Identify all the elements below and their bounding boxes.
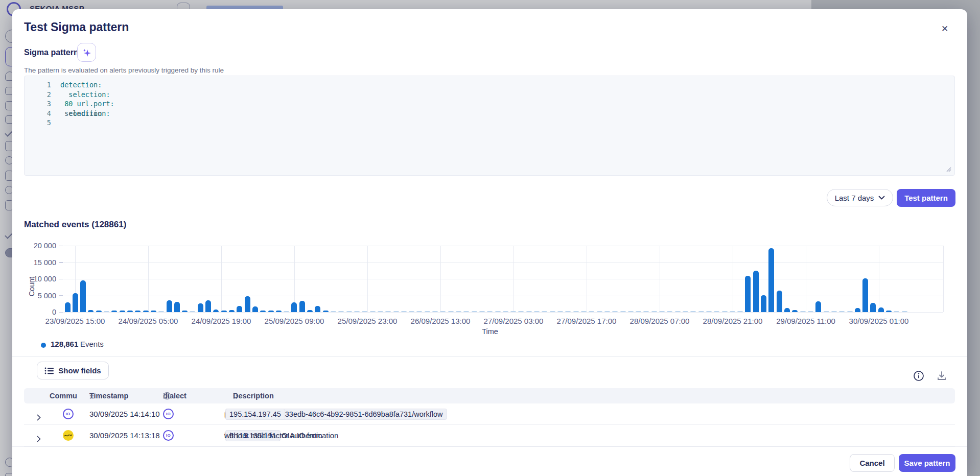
- bar: [104, 311, 109, 312]
- cell-expander: [24, 429, 50, 442]
- bar: [237, 306, 242, 312]
- bar: [870, 303, 876, 312]
- bar: [245, 296, 250, 312]
- info-icon[interactable]: [906, 364, 920, 377]
- bar: [683, 311, 688, 312]
- bar: [894, 311, 899, 312]
- bar: [573, 311, 579, 312]
- save-pattern-button[interactable]: Save pattern: [899, 454, 955, 472]
- gridline-h: [63, 312, 943, 313]
- bar: [597, 311, 602, 312]
- expand-chevron-icon: [37, 414, 41, 421]
- bar: [824, 311, 829, 312]
- cell-timestamp: 30/09/2025 14:13:18: [86, 431, 163, 440]
- gridline-v: [587, 246, 587, 312]
- bar: [878, 307, 884, 312]
- bar: [151, 311, 156, 312]
- bar: [167, 300, 172, 312]
- bar: [143, 311, 149, 312]
- bar: [182, 311, 188, 312]
- gridline-v: [879, 246, 879, 312]
- bar: [472, 311, 477, 312]
- y-tick: [59, 295, 63, 296]
- bar: [667, 311, 672, 312]
- column-info-icon[interactable]: [163, 392, 171, 400]
- bar: [393, 311, 399, 312]
- expand-chevron-icon: [37, 436, 41, 442]
- bar: [370, 311, 376, 312]
- pattern-hint: The pattern is evaluated on alerts previ…: [24, 66, 224, 74]
- bar: [135, 311, 141, 312]
- bar: [190, 311, 195, 312]
- gridline-v: [148, 246, 149, 312]
- gridline-v: [514, 246, 514, 312]
- x-tick-label: 25/09/2025 23:00: [326, 317, 408, 325]
- bar: [651, 311, 657, 312]
- line-number: 4: [25, 109, 51, 117]
- line-number: 5: [25, 118, 51, 127]
- gridline-v: [440, 246, 441, 312]
- table-row[interactable]: IO30/09/2025 14:14:10IO[73d366f0-0ff0-44…: [24, 403, 955, 425]
- bar: [111, 311, 117, 312]
- bar: [252, 306, 258, 312]
- close-icon[interactable]: ✕: [936, 20, 953, 38]
- bar: [706, 311, 712, 312]
- timerange-dropdown[interactable]: Last 7 days: [827, 189, 893, 206]
- bar: [534, 311, 540, 312]
- bar: [425, 311, 430, 312]
- cell-expander: [24, 408, 50, 421]
- table-header-row: CommuTimestampdialectDescription: [24, 388, 955, 403]
- bar: [198, 303, 203, 312]
- bar: [432, 311, 438, 312]
- bar: [862, 278, 868, 312]
- bar: [518, 311, 524, 312]
- bar: [96, 311, 102, 312]
- x-tick-label: 25/09/2025 09:00: [253, 317, 335, 325]
- test-pattern-button[interactable]: Test pattern: [897, 189, 955, 207]
- bar: [753, 271, 759, 312]
- bar: [323, 311, 329, 312]
- code-line: 2 selection:: [25, 90, 954, 100]
- sigma-code-editor[interactable]: 1detection:2 selection:3 url.port: 804 c…: [24, 76, 955, 176]
- row-expand-button[interactable]: [30, 429, 43, 442]
- bar: [675, 311, 681, 312]
- line-number: 3: [25, 100, 51, 108]
- x-tick-label: 28/09/2025 07:00: [619, 317, 701, 325]
- bar: [120, 311, 125, 312]
- bar: [338, 311, 344, 312]
- bar: [401, 311, 407, 312]
- resize-handle-icon[interactable]: [944, 165, 951, 172]
- bar: [761, 295, 766, 312]
- y-tick: [59, 246, 63, 247]
- table-row[interactable]: 30/09/2025 14:13:18IOCarole Besset logge…: [24, 425, 955, 446]
- bar: [581, 311, 587, 312]
- cancel-button[interactable]: Cancel: [850, 454, 895, 472]
- row-expand-button[interactable]: [30, 408, 43, 421]
- ai-sparkle-button[interactable]: [77, 43, 96, 62]
- bar: [620, 311, 626, 312]
- bar: [346, 311, 352, 312]
- bar: [690, 311, 696, 312]
- bar: [416, 311, 422, 312]
- y-tick: [59, 279, 63, 280]
- code-value: 80: [60, 100, 73, 108]
- bar: [526, 311, 532, 312]
- bar: [479, 311, 485, 312]
- code-line: 1detection:: [25, 81, 954, 90]
- bar: [213, 310, 219, 312]
- bar: [315, 306, 320, 312]
- x-tick-label: 24/09/2025 19:00: [180, 317, 262, 325]
- bar: [503, 311, 508, 312]
- show-fields-button[interactable]: Show fields: [37, 362, 109, 379]
- bar: [902, 311, 907, 312]
- legend-label: Events: [80, 340, 104, 348]
- bar: [839, 311, 845, 312]
- bar: [205, 300, 211, 312]
- download-icon[interactable]: [929, 364, 943, 377]
- legend-count: 128,861: [51, 340, 78, 348]
- timerange-value: Last 7 days: [835, 194, 874, 202]
- cell-timestamp: 30/09/2025 14:14:10: [86, 410, 163, 418]
- gridline-v: [221, 246, 222, 312]
- user-avatar: [63, 430, 74, 441]
- bar: [331, 311, 336, 312]
